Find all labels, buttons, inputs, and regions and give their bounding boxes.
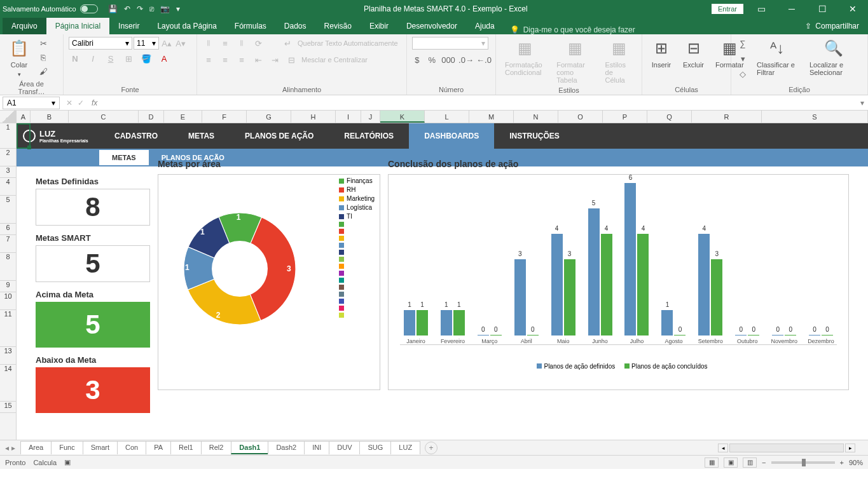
italic-icon[interactable]: I (86, 52, 99, 65)
tab-data[interactable]: Dados (275, 18, 315, 34)
tab-developer[interactable]: Desenvolvedor (397, 18, 466, 34)
col-header[interactable]: A (17, 111, 31, 123)
increase-decimal-icon[interactable]: .0→ (460, 53, 472, 66)
row-header[interactable]: 13 (0, 347, 16, 365)
sheet-tab[interactable]: DUV (329, 441, 360, 454)
tab-review[interactable]: Revisão (315, 18, 361, 34)
sheet-nav-first-icon[interactable]: ◂ (5, 444, 9, 452)
accept-formula-icon[interactable]: ✓ (78, 98, 84, 107)
maximize-icon[interactable]: ☐ (809, 0, 835, 18)
align-center-icon[interactable]: ≡ (219, 53, 231, 66)
underline-icon[interactable]: S (104, 52, 117, 65)
align-bottom-icon[interactable]: ⫴ (235, 37, 248, 50)
align-top-icon[interactable]: ⫴ (202, 37, 215, 50)
zoom-in-icon[interactable]: + (840, 459, 844, 466)
col-header[interactable]: G (247, 111, 291, 123)
align-left-icon[interactable]: ≡ (202, 53, 215, 66)
sheet-tab[interactable]: Con (117, 441, 146, 454)
align-right-icon[interactable]: ≡ (235, 53, 248, 66)
align-middle-icon[interactable]: ≡ (219, 37, 231, 50)
increase-font-icon[interactable]: A▴ (160, 37, 173, 50)
touch-mode-icon[interactable]: ⎚ (149, 4, 154, 13)
col-header[interactable]: D (139, 111, 164, 123)
view-page-layout-icon[interactable]: ▣ (724, 458, 738, 468)
save-icon[interactable]: 💾 (108, 4, 118, 13)
format-painter-icon[interactable]: 🖌 (37, 65, 50, 78)
close-icon[interactable]: ✕ (840, 0, 865, 18)
clear-icon[interactable]: ◇ (736, 67, 749, 80)
nav-dashboards[interactable]: DASHBOARDS (409, 123, 494, 149)
sheet-tab[interactable]: Dash1 (231, 441, 268, 454)
col-header[interactable]: L (425, 111, 469, 123)
row-header[interactable]: 1 (0, 123, 16, 149)
number-format-select[interactable]: ▾ (412, 37, 488, 50)
sheet-tab[interactable]: LUZ (390, 441, 420, 454)
view-normal-icon[interactable]: ▦ (705, 458, 719, 468)
expand-formula-icon[interactable]: ▾ (860, 98, 864, 107)
select-all-corner[interactable] (0, 111, 17, 123)
orientation-icon[interactable]: ⟳ (252, 37, 265, 50)
signin-button[interactable]: Entrar (712, 4, 743, 14)
sheet-tab[interactable]: Area (20, 441, 52, 454)
undo-icon[interactable]: ↶ (124, 4, 130, 13)
macro-record-icon[interactable]: ▣ (64, 458, 71, 466)
col-header[interactable]: E (164, 111, 202, 123)
col-header[interactable]: O (558, 111, 603, 123)
row-header[interactable]: 3 (0, 166, 16, 178)
conditional-formatting-button[interactable]: ▦Formatação Condicional (501, 37, 549, 85)
col-header[interactable]: Q (647, 111, 692, 123)
sheet-tab[interactable]: INI (304, 441, 329, 454)
paste-button[interactable]: 📋 Colar ▾ (5, 37, 33, 79)
zoom-out-icon[interactable]: − (762, 459, 766, 466)
row-header[interactable]: 10 (0, 292, 16, 310)
sheet-tab[interactable]: Rel1 (170, 441, 202, 454)
decrease-font-icon[interactable]: A▾ (174, 37, 187, 50)
qat-dropdown-icon[interactable]: ▾ (176, 4, 180, 13)
tab-insert[interactable]: Inserir (109, 18, 148, 34)
zoom-slider[interactable] (771, 461, 835, 464)
percent-icon[interactable]: % (427, 53, 437, 66)
row-header[interactable]: 4 (0, 178, 16, 196)
row-header[interactable]: 2 (0, 149, 16, 166)
nav-relatorios[interactable]: RELATÓRIOS (329, 123, 409, 149)
fx-icon[interactable]: fx (92, 98, 97, 107)
col-header[interactable]: N (514, 111, 558, 123)
tell-me-search[interactable]: 💡 Diga-me o que você deseja fazer (510, 25, 635, 34)
nav-metas[interactable]: METAS (173, 123, 230, 149)
comma-icon[interactable]: 000 (442, 53, 455, 66)
row-header[interactable]: 7 (0, 235, 16, 253)
delete-cells-button[interactable]: ⊟Excluir (679, 37, 708, 85)
row-header[interactable]: 8 (0, 253, 16, 281)
col-header[interactable]: P (603, 111, 647, 123)
share-button[interactable]: ⇪ Compartilhar (796, 18, 868, 34)
tab-formulas[interactable]: Fórmulas (226, 18, 275, 34)
wrap-text-button[interactable]: Quebrar Texto Automaticamente (298, 39, 398, 47)
horizontal-scrollbar[interactable]: ◂▸ (718, 444, 868, 452)
add-sheet-button[interactable]: + (425, 442, 437, 454)
currency-icon[interactable]: $ (412, 53, 422, 66)
autosave-toggle[interactable]: Salvamento Automático (3, 4, 98, 13)
col-header[interactable]: S (762, 111, 868, 123)
camera-icon[interactable]: 📷 (160, 4, 170, 13)
col-header[interactable]: F (202, 111, 247, 123)
nav-instrucoes[interactable]: INSTRUÇÕES (494, 123, 575, 149)
sheet-tab[interactable]: Smart (83, 441, 118, 454)
tab-home[interactable]: Página Inicial (46, 18, 109, 34)
col-header[interactable]: R (692, 111, 762, 123)
increase-indent-icon[interactable]: ⇥ (268, 53, 281, 66)
col-header[interactable]: M (469, 111, 514, 123)
sheet-tab[interactable]: Func (51, 441, 83, 454)
col-header[interactable]: K (380, 111, 425, 123)
font-size-select[interactable]: 11▾ (134, 37, 159, 50)
cut-icon[interactable]: ✂ (37, 37, 50, 50)
col-header[interactable]: B (31, 111, 69, 123)
nav-cadastro[interactable]: CADASTRO (99, 123, 173, 149)
tab-view[interactable]: Exibir (361, 18, 397, 34)
cancel-formula-icon[interactable]: ✕ (66, 98, 72, 107)
decrease-decimal-icon[interactable]: ←.0 (478, 53, 490, 66)
row-header[interactable]: 14 (0, 365, 16, 402)
tab-layout[interactable]: Layout da Página (148, 18, 225, 34)
view-page-break-icon[interactable]: ▥ (743, 458, 757, 468)
border-icon[interactable]: ⊞ (122, 52, 135, 65)
sheet-tab[interactable]: Dash2 (268, 441, 305, 454)
